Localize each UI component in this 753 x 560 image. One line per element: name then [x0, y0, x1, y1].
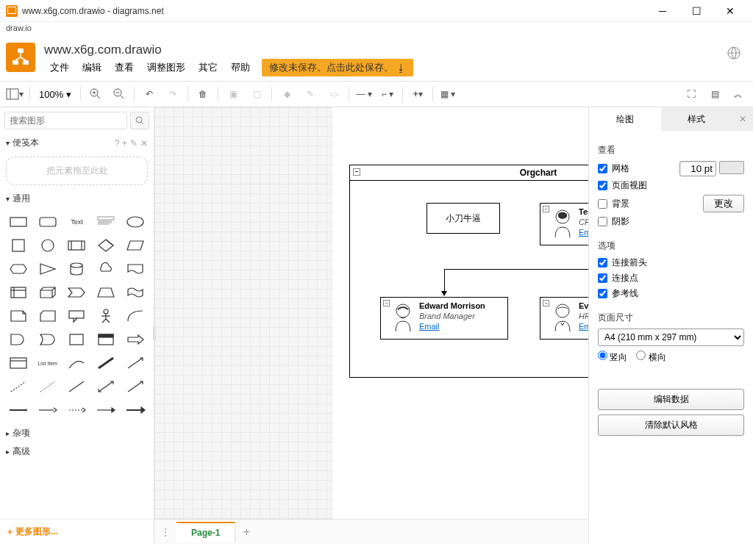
portrait-radio[interactable]: [598, 351, 607, 360]
shape-line2[interactable]: [93, 353, 118, 373]
landscape-radio[interactable]: [636, 351, 646, 360]
shape-note[interactable]: [6, 306, 31, 326]
grid-color-swatch[interactable]: [719, 161, 744, 174]
org-node-hr[interactable]: − Evan Valet HR Director Email: [540, 297, 588, 340]
guides-checkbox[interactable]: [598, 289, 607, 298]
shape-item[interactable]: List Item: [35, 353, 60, 373]
pageview-checkbox[interactable]: [598, 181, 607, 190]
connection-icon[interactable]: — ▾: [355, 85, 373, 103]
scratchpad-help[interactable]: ? +: [115, 138, 127, 148]
shape-rect[interactable]: [6, 212, 31, 231]
shape-link2[interactable]: [35, 401, 60, 420]
shape-tape[interactable]: [123, 283, 148, 302]
shadow-icon[interactable]: ▭: [325, 85, 343, 103]
shape-cube[interactable]: [35, 283, 60, 302]
close-scratchpad-icon[interactable]: ✕: [140, 138, 148, 148]
waypoint-icon[interactable]: ⌐ ▾: [379, 85, 396, 103]
insert-icon[interactable]: + ▾: [409, 85, 427, 103]
shape-parallelogram[interactable]: [123, 236, 148, 255]
tab-style[interactable]: 样式: [661, 107, 733, 131]
page-menu-icon[interactable]: ⋮: [154, 527, 176, 537]
node-email[interactable]: Email: [579, 321, 588, 331]
shape-curve[interactable]: [123, 306, 148, 326]
shape-roundrect[interactable]: [35, 212, 60, 231]
shape-cloud[interactable]: [93, 259, 118, 279]
shape-hexagon[interactable]: [6, 259, 31, 279]
simple-node[interactable]: 小刀牛逼: [427, 203, 500, 234]
scratchpad-dropzone[interactable]: 把元素拖至此处: [6, 157, 148, 185]
shape-list[interactable]: [6, 353, 31, 373]
page-size-select[interactable]: A4 (210 mm x 297 mm): [598, 329, 744, 346]
shape-dashed[interactable]: [6, 377, 31, 396]
shape-text[interactable]: Text: [65, 212, 90, 231]
shape-dotted[interactable]: [35, 377, 60, 396]
collapse-icon[interactable]: −: [543, 206, 549, 212]
menu-file[interactable]: 文件: [44, 59, 75, 76]
tab-diagram[interactable]: 绘图: [589, 107, 661, 131]
add-page-button[interactable]: +: [235, 525, 257, 539]
advanced-header[interactable]: ▸ 高级: [0, 442, 154, 461]
to-back-icon[interactable]: ▢: [248, 85, 265, 103]
undo-icon[interactable]: ↶: [140, 85, 158, 103]
shape-triangle[interactable]: [35, 259, 60, 279]
org-node-cfo[interactable]: − Tessa Miller CFO Email: [540, 203, 588, 245]
connector[interactable]: [444, 269, 445, 292]
collapse-icon[interactable]: −: [353, 168, 360, 176]
shape-arrow2[interactable]: [123, 377, 148, 396]
general-header[interactable]: ▾ 通用: [0, 190, 154, 208]
filename[interactable]: www.x6g.com.drawio: [44, 43, 721, 57]
to-front-icon[interactable]: ▣: [224, 85, 242, 103]
close-panel-icon[interactable]: ✕: [732, 107, 753, 131]
minimize-button[interactable]: ─: [646, 0, 679, 22]
shape-actor[interactable]: [93, 306, 118, 326]
collapse-icon[interactable]: −: [543, 300, 549, 306]
shape-or[interactable]: [35, 330, 60, 349]
grid-size-input[interactable]: [679, 161, 716, 176]
shape-process[interactable]: [65, 236, 90, 255]
shape-link3[interactable]: [65, 401, 90, 420]
shadow-checkbox[interactable]: [598, 217, 607, 226]
maximize-button[interactable]: ☐: [679, 0, 713, 22]
orgchart-container[interactable]: − Orgchart: [349, 165, 588, 378]
page-tab[interactable]: Page-1: [176, 522, 235, 542]
shape-datastore[interactable]: [65, 330, 90, 349]
menu-view[interactable]: 查看: [109, 59, 140, 76]
shape-cylinder[interactable]: [65, 259, 90, 279]
shape-callout[interactable]: [65, 306, 90, 326]
shape-link5[interactable]: [123, 401, 148, 420]
arrows-checkbox[interactable]: [598, 258, 607, 268]
connector[interactable]: [444, 269, 588, 270]
language-icon[interactable]: [727, 46, 741, 60]
shape-frame[interactable]: [93, 330, 118, 349]
shape-square[interactable]: [6, 236, 31, 255]
shape-circle[interactable]: [35, 236, 60, 255]
line-color-icon[interactable]: ✎: [301, 85, 319, 103]
node-email[interactable]: Email: [419, 321, 485, 331]
shape-line1[interactable]: [65, 353, 90, 373]
menu-extras[interactable]: 其它: [193, 59, 224, 76]
shape-document[interactable]: [123, 259, 148, 279]
change-bg-button[interactable]: 更改: [703, 195, 744, 212]
menu-help[interactable]: 帮助: [225, 59, 256, 76]
misc-header[interactable]: ▸ 杂项: [0, 424, 154, 442]
format-panel-icon[interactable]: ▤: [706, 85, 724, 103]
shape-step[interactable]: [65, 283, 90, 302]
shape-ellipse[interactable]: [123, 212, 148, 231]
redo-icon[interactable]: ↷: [164, 85, 182, 103]
collapse-icon[interactable]: ︽: [729, 85, 747, 103]
shape-link4[interactable]: [93, 401, 118, 420]
table-icon[interactable]: ▦ ▾: [439, 85, 457, 103]
node-email[interactable]: Email: [579, 227, 588, 237]
shape-internal[interactable]: [6, 283, 31, 302]
clear-style-button[interactable]: 清除默认风格: [598, 414, 744, 436]
menu-arrange[interactable]: 调整图形: [141, 59, 191, 76]
fill-icon[interactable]: ◆: [278, 85, 296, 103]
save-warning[interactable]: 修改未保存。点击此处保存。 ⭳: [262, 59, 413, 76]
search-input[interactable]: [4, 112, 127, 129]
sidebar-toggle-icon[interactable]: ▾: [6, 85, 24, 103]
shape-link1[interactable]: [6, 401, 31, 420]
edit-icon[interactable]: ✎: [130, 138, 138, 148]
zoom-select[interactable]: 100% ▾: [36, 89, 74, 100]
shape-and[interactable]: [6, 330, 31, 349]
shape-line3[interactable]: [123, 353, 148, 373]
